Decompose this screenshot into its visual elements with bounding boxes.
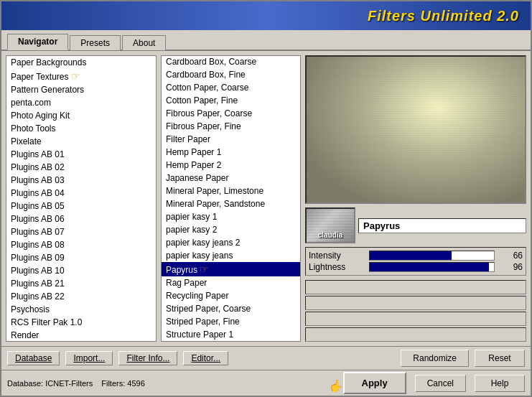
middle-list-item[interactable]: Hemp Paper 1 xyxy=(162,146,300,159)
empty-row-4 xyxy=(305,327,526,342)
left-list-item[interactable]: Plugins AB 08 xyxy=(6,238,156,251)
left-list-item[interactable]: Plugins AB 21 xyxy=(6,277,156,290)
left-list-item[interactable]: Plugins AB 05 xyxy=(6,200,156,212)
help-button[interactable]: Help xyxy=(475,375,525,392)
tab-navigator[interactable]: Navigator xyxy=(7,34,68,50)
middle-list-item[interactable]: Cotton Paper, Coarse xyxy=(162,81,300,94)
middle-list-item[interactable]: Papyrus ☞ xyxy=(162,262,300,276)
slider-label-0: Intensity xyxy=(309,251,366,261)
empty-row-3 xyxy=(305,312,526,326)
status-bar: Database: ICNET-Filters Filters: 4596 👆 … xyxy=(1,370,531,396)
preview-area xyxy=(305,55,526,204)
left-list-wrapper: Paper BackgroundsPaper Textures ☞Pattern… xyxy=(6,56,156,341)
database-button[interactable]: Database xyxy=(7,351,60,365)
left-list-item[interactable]: Plugins AB 22 xyxy=(6,290,156,303)
left-list-item[interactable]: Plugins AB 10 xyxy=(6,264,156,277)
middle-list-item[interactable]: Mineral Paper, Sandstone xyxy=(162,197,300,210)
empty-row-2 xyxy=(305,296,526,310)
left-filter-list: Paper BackgroundsPaper Textures ☞Pattern… xyxy=(6,55,157,342)
left-list-item[interactable]: Psychosis xyxy=(6,303,156,316)
filters-status-label: Filters: 4596 xyxy=(101,379,145,388)
empty-row-1 xyxy=(305,280,526,294)
tab-about[interactable]: About xyxy=(122,35,166,50)
middle-list-item[interactable]: papier kasy 2 xyxy=(162,223,300,236)
slider-fill-1 xyxy=(370,263,489,271)
thumbnail-label: claudia xyxy=(318,231,342,239)
left-list-item[interactable]: penta.com xyxy=(6,96,156,109)
left-list-item[interactable]: RCS Filter Pak 1.0 xyxy=(6,316,156,329)
middle-list-item[interactable]: Recycling Paper xyxy=(162,289,300,302)
main-window: Filters Unlimited 2.0 Navigator Presets … xyxy=(0,0,532,397)
middle-list-container[interactable]: Canvas, CoarseCanvas, FineCanvas, Medium… xyxy=(162,56,300,341)
empty-slider-rows xyxy=(305,280,526,342)
import-button[interactable]: Import... xyxy=(65,351,113,365)
cancel-button[interactable]: Cancel xyxy=(415,375,466,392)
middle-list-item[interactable]: papier kasy 1 xyxy=(162,210,300,223)
left-list-item[interactable]: Photo Tools xyxy=(6,122,156,135)
middle-filter-list: Canvas, CoarseCanvas, FineCanvas, Medium… xyxy=(161,55,301,342)
slider-track-0[interactable] xyxy=(369,251,495,261)
left-list-item[interactable]: Plugins AB 07 xyxy=(6,225,156,238)
thumbnail-inner: claudia xyxy=(307,209,354,242)
left-list-item[interactable]: Plugins AB 01 xyxy=(6,148,156,161)
middle-list-item[interactable]: papier kasy jeans 2 xyxy=(162,236,300,249)
middle-list-item[interactable]: Fibrous Paper, Coarse xyxy=(162,107,300,120)
middle-list-item[interactable]: Fibrous Paper, Fine xyxy=(162,120,300,133)
middle-list-item[interactable]: Cardboard Box, Coarse xyxy=(162,56,300,68)
left-list-item[interactable]: Plugins AB 04 xyxy=(6,187,156,200)
hand-cursor-icon: 👆 xyxy=(329,379,343,393)
randomize-button[interactable]: Randomize xyxy=(401,350,469,367)
slider-value-0: 66 xyxy=(498,251,523,261)
middle-list-item[interactable]: Hemp Paper 2 xyxy=(162,159,300,172)
middle-list-item[interactable]: Structure Paper 1 xyxy=(162,328,300,341)
slider-value-1: 96 xyxy=(498,262,523,272)
middle-list-item[interactable]: Striped Paper, Fine xyxy=(162,315,300,328)
left-list-item[interactable]: Plugins AB 02 xyxy=(6,161,156,174)
sliders-area: Intensity66Lightness96 xyxy=(305,247,526,276)
middle-list-item[interactable]: Japanese Paper xyxy=(162,172,300,185)
slider-track-1[interactable] xyxy=(369,262,495,272)
middle-list-item[interactable]: Cardboard Box, Fine xyxy=(162,68,300,81)
title-bar: Filters Unlimited 2.0 xyxy=(1,1,531,30)
filter-name-box: Papyrus xyxy=(358,218,526,233)
right-panel: claudia Papyrus Intensity66Lightness96 xyxy=(305,55,526,342)
left-list-item[interactable]: Pixelate xyxy=(6,135,156,148)
left-list-item[interactable]: Paper Backgrounds xyxy=(6,56,156,69)
middle-list-item[interactable]: Striped Paper, Coarse xyxy=(162,302,300,315)
left-list-item[interactable]: Plugins AB 09 xyxy=(6,251,156,264)
left-list-item[interactable]: Plugins AB 03 xyxy=(6,174,156,187)
middle-list-item[interactable]: Filter Paper xyxy=(162,133,300,146)
editor-button[interactable]: Editor... xyxy=(183,351,228,365)
left-list-item[interactable]: Render xyxy=(6,329,156,341)
thumbnail-box: claudia xyxy=(305,207,355,243)
database-status-label: Database: ICNET-Filters xyxy=(7,379,93,388)
app-title: Filters Unlimited 2.0 xyxy=(368,8,519,24)
tabs-bar: Navigator Presets About xyxy=(1,30,531,51)
slider-row-1: Lightness96 xyxy=(309,262,523,272)
middle-list-item[interactable]: Rag Paper xyxy=(162,276,300,289)
left-list-item[interactable]: Paper Textures ☞ xyxy=(6,69,156,83)
apply-area: 👆 Apply xyxy=(343,372,406,394)
bottom-toolbar: Database Import... Filter Info... Editor… xyxy=(1,346,531,370)
bottom-preview-row: claudia Papyrus xyxy=(305,207,526,244)
slider-row-0: Intensity66 xyxy=(309,251,523,261)
filter-info-button[interactable]: Filter Info... xyxy=(118,351,177,365)
main-content: Paper BackgroundsPaper Textures ☞Pattern… xyxy=(1,51,531,346)
middle-list-item[interactable]: Cotton Paper, Fine xyxy=(162,94,300,107)
middle-list-item[interactable]: papier kasy jeans xyxy=(162,249,300,262)
preview-texture xyxy=(307,57,525,202)
left-list-item[interactable]: Photo Aging Kit xyxy=(6,109,156,122)
tab-presets[interactable]: Presets xyxy=(70,35,121,50)
middle-list-item[interactable]: Mineral Paper, Limestone xyxy=(162,185,300,197)
left-list-item[interactable]: Pattern Generators xyxy=(6,83,156,96)
slider-label-1: Lightness xyxy=(309,262,366,272)
reset-button[interactable]: Reset xyxy=(475,350,525,367)
slider-fill-0 xyxy=(370,251,452,260)
filter-name-text: Papyrus xyxy=(363,220,400,231)
apply-button[interactable]: Apply xyxy=(343,372,406,394)
middle-list-wrapper: Canvas, CoarseCanvas, FineCanvas, Medium… xyxy=(162,56,300,341)
left-list-item[interactable]: Plugins AB 06 xyxy=(6,212,156,225)
left-list-container[interactable]: Paper BackgroundsPaper Textures ☞Pattern… xyxy=(6,56,156,341)
